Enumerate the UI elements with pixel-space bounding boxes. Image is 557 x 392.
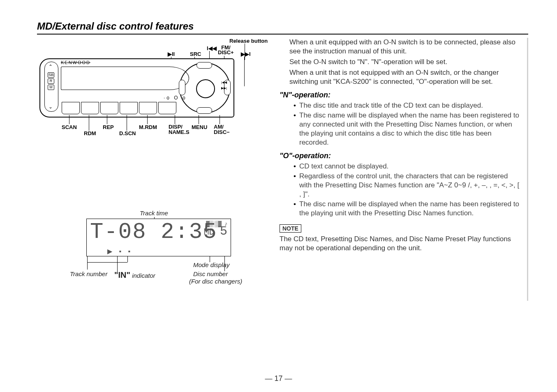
lead-scan — [69, 115, 69, 124]
label-menu: MENU — [192, 124, 207, 130]
dial-control: |◀◀ ▶▶| — [179, 62, 230, 113]
label-fwd-icon: ▶▶I — [241, 51, 251, 57]
lcd-screen: T-08 2:35 ▓▒░▒▓ ♪ MD 5 ▶ ▪ ▪ — [86, 219, 231, 256]
faceplate-diagram: Release button ▶II SRC I◀◀ FM/DISC+ ▶▶I … — [37, 38, 267, 145]
anno-disc-number: Disc number — [193, 270, 228, 277]
note-label: NOTE — [280, 224, 301, 233]
faceplate-screen — [61, 67, 189, 90]
anno-track-time: Track time — [140, 210, 168, 217]
label-play-pause: ▶II — [168, 51, 175, 57]
lcd-right-block: ▓▒░▒▓ ♪ MD 5 — [203, 221, 227, 237]
brand-text: KENWOOD — [61, 60, 90, 65]
lead-dscn — [127, 115, 127, 131]
list-item: The disc name will be displayed when the… — [299, 200, 522, 218]
label-am-disc-minus: AM/DISC− — [214, 124, 230, 135]
chevron-down-icon: ⌄ — [49, 104, 53, 110]
lead-mrdm — [147, 115, 148, 124]
label-fm-disc-plus: FM/DISC+ — [218, 45, 234, 55]
note-text: The CD text, Presetting Disc Names, and … — [280, 235, 522, 253]
title-rule — [37, 34, 528, 35]
intro-p3: When a unit that is not equipped with an… — [280, 68, 522, 86]
left-indicator-icons: SBRM — [48, 71, 54, 91]
page-number: — 17 — — [0, 374, 557, 383]
lcd-indicator-dots: ▶ ▪ ▪ — [107, 247, 133, 255]
lcd-main-text: T-08 2:35 — [90, 221, 217, 243]
n-operation-list: The disc title and track title of the CD… — [280, 101, 522, 147]
label-release: Release button — [229, 38, 268, 44]
label-scan: SCAN — [62, 124, 77, 130]
label-dscn: D.SCN — [119, 130, 136, 136]
n-operation-head: "N"-operation: — [280, 90, 522, 100]
right-column: When a unit equipped with an O-N switch … — [280, 38, 528, 301]
list-item: CD text cannot be displayed. — [299, 162, 522, 171]
chevron-up-icon: ⌃ — [49, 64, 53, 69]
o-operation-list: CD text cannot be displayed. Regardless … — [280, 162, 522, 218]
list-item: The disc title and track title of the CD… — [299, 101, 522, 110]
anno-track-number: Track number — [70, 270, 107, 277]
intro-p1: When a unit equipped with an O-N switch … — [280, 38, 522, 56]
lead-disp — [175, 115, 175, 124]
left-column: Release button ▶II SRC I◀◀ FM/DISC+ ▶▶I … — [37, 38, 267, 301]
faceplate-body: KENWOOD ⌃ ⌄ SBRM ∙o O o — [39, 58, 234, 118]
list-item: The disc name will be displayed when the… — [299, 111, 522, 147]
preset-buttons — [62, 102, 176, 114]
anno-in-indicator: "IN" indicator — [114, 270, 155, 280]
lead-am — [220, 115, 220, 124]
label-mrdm: M.RDM — [139, 124, 157, 130]
label-rep: REP — [103, 124, 114, 130]
lead-fwd — [244, 57, 245, 86]
label-prev-icon: I◀◀ — [207, 45, 217, 51]
lead-rdm — [89, 115, 89, 131]
label-src: SRC — [190, 51, 201, 57]
anno-disc-number-sub: (For disc changers) — [189, 278, 242, 285]
lcd-diagram: Track time T-08 2:35 ▓▒░▒▓ ♪ MD 5 ▶ ▪ ▪ — [86, 219, 259, 301]
lead-menu — [199, 115, 199, 124]
lead-rep — [107, 115, 107, 124]
section-title: MD/External disc control features — [37, 21, 528, 32]
label-rdm: RDM — [84, 130, 96, 136]
intro-p2: Set the O-N switch to "N". "N"-operation… — [280, 58, 522, 67]
list-item: Regardless of the control unit, the char… — [299, 172, 522, 199]
o-operation-head: "O"-operation: — [280, 151, 522, 161]
label-disp-names: DISP/NAME.S — [169, 124, 190, 135]
